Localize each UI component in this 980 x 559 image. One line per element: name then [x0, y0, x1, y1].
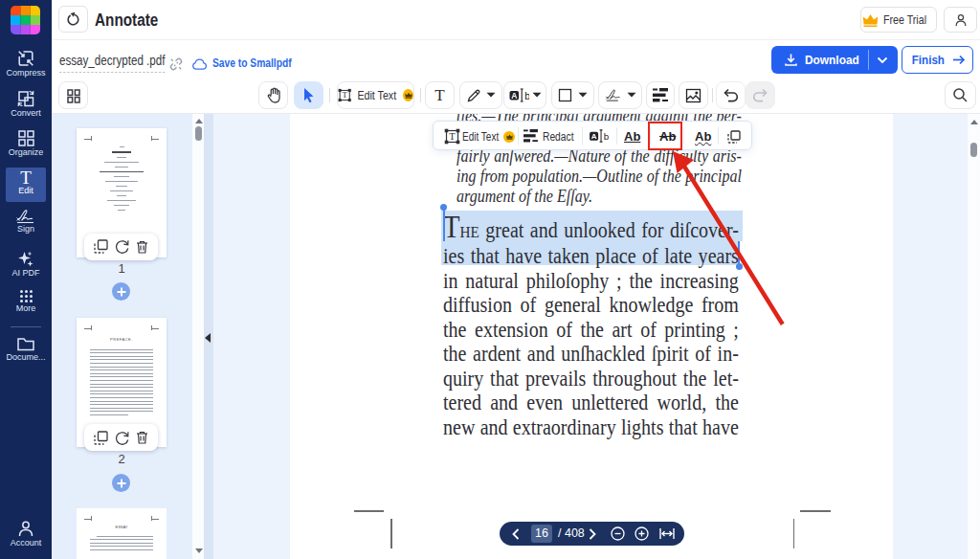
svg-text:b: b [604, 131, 609, 142]
svg-text:A: A [591, 132, 597, 141]
svg-text:T: T [449, 131, 456, 142]
svg-text:A: A [511, 91, 517, 101]
svg-text:b: b [524, 90, 529, 101]
svg-text:T: T [342, 90, 347, 100]
